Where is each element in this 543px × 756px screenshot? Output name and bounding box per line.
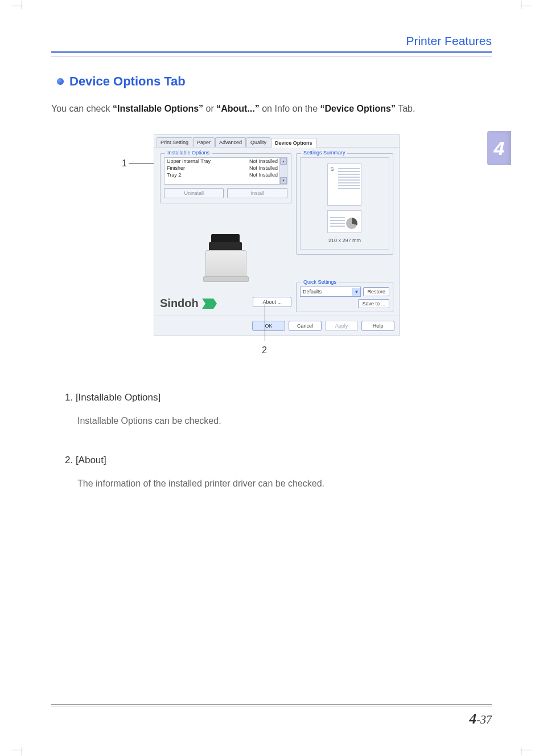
page-number-page: 37 xyxy=(480,713,492,726)
option-name: Upper Internal Tray xyxy=(167,158,211,164)
about-button[interactable]: About ... xyxy=(253,297,291,307)
uninstall-button[interactable]: Uninstall xyxy=(164,188,224,198)
crop-mark xyxy=(11,6,23,18)
item-body-1: Installable Options can be checked. xyxy=(77,416,492,426)
group-title: Installable Options xyxy=(165,150,212,156)
tab-device-options[interactable]: Device Options xyxy=(271,138,316,148)
dialog-footer: OK Cancel Apply Help xyxy=(154,316,399,336)
intro-text: on Info on the xyxy=(262,104,320,113)
callout-line xyxy=(265,304,265,341)
page-preview-icon: S xyxy=(327,164,361,206)
brand-mark-icon xyxy=(202,299,217,309)
list-item[interactable]: Finisher Not Installed xyxy=(164,165,280,171)
callout-number-2: 2 xyxy=(262,345,267,355)
option-name: Finisher xyxy=(167,165,185,171)
paper-dimensions: 210 x 297 mm xyxy=(328,238,361,243)
crop-mark xyxy=(11,738,23,750)
installable-options-group: Installable Options Upper Internal Tray … xyxy=(160,153,291,203)
page-preview-icon xyxy=(327,210,361,233)
brand-text: Sindoh xyxy=(160,297,199,310)
option-status: Not Installed xyxy=(249,158,278,164)
list-item[interactable]: Upper Internal Tray Not Installed xyxy=(164,158,280,165)
item-body-2: The information of the installed printer… xyxy=(77,479,492,489)
section-title: Device Options Tab xyxy=(69,74,186,89)
restore-button[interactable]: Restore xyxy=(363,287,389,296)
settings-summary-preview: S 210 x 297 mm xyxy=(300,157,389,250)
figure: 1 Print Setting Paper Advanced Quality D… xyxy=(51,130,492,358)
dialog-tabs: Print Setting Paper Advanced Quality Dev… xyxy=(154,135,399,147)
footer-rule xyxy=(51,706,492,707)
svg-marker-0 xyxy=(202,299,217,309)
settings-summary-group: Settings Summary S 210 x 297 mm xyxy=(296,153,393,255)
page-number-sep: - xyxy=(476,713,480,726)
pie-icon xyxy=(346,218,357,229)
apply-button[interactable]: Apply xyxy=(325,321,358,331)
scroll-up-icon[interactable]: ▲ xyxy=(280,158,287,165)
tab-advanced[interactable]: Advanced xyxy=(215,137,246,147)
scroll-down-icon[interactable]: ▼ xyxy=(280,177,287,184)
crop-mark xyxy=(520,6,532,18)
cancel-button[interactable]: Cancel xyxy=(289,321,322,331)
ok-button[interactable]: OK xyxy=(252,321,285,331)
scrollbar[interactable]: ▲ ▼ xyxy=(279,158,287,184)
header-rule xyxy=(51,56,492,57)
tab-print-setting[interactable]: Print Setting xyxy=(157,137,192,147)
option-status: Not Installed xyxy=(249,172,278,178)
installable-options-list[interactable]: Upper Internal Tray Not Installed Finish… xyxy=(164,157,287,185)
intro-text: or xyxy=(206,104,217,113)
device-options-dialog: Print Setting Paper Advanced Quality Dev… xyxy=(154,134,400,336)
quick-settings-group: Quick Settings Defaults ▼ Restore Save t… xyxy=(296,283,393,312)
help-button[interactable]: Help xyxy=(361,321,394,331)
orientation-s-label: S xyxy=(330,166,334,172)
intro-quote: “About...” xyxy=(216,104,260,113)
tab-paper[interactable]: Paper xyxy=(193,137,215,147)
chevron-down-icon[interactable]: ▼ xyxy=(352,288,360,296)
option-name: Tray 2 xyxy=(167,172,181,178)
header-rule xyxy=(51,51,492,53)
section-bullet-icon xyxy=(57,78,64,85)
intro-quote: “Installable Options” xyxy=(113,104,203,113)
page-number: 4-37 xyxy=(469,710,492,728)
select-value: Defaults xyxy=(301,289,352,295)
intro-paragraph: You can check “Installable Options” or “… xyxy=(51,104,492,114)
group-title: Settings Summary xyxy=(301,150,348,156)
footer-rule xyxy=(51,704,492,705)
option-status: Not Installed xyxy=(249,165,278,171)
quick-settings-select[interactable]: Defaults ▼ xyxy=(300,287,361,297)
list-item[interactable]: Tray 2 Not Installed xyxy=(164,171,280,178)
tab-quality[interactable]: Quality xyxy=(246,137,270,147)
page-header-title: Printer Features xyxy=(51,34,492,51)
group-title: Quick Settings xyxy=(301,279,339,285)
save-to-button[interactable]: Save to ... xyxy=(358,299,389,308)
intro-text: Tab. xyxy=(398,104,415,113)
crop-mark xyxy=(520,738,532,750)
page-number-chapter: 4 xyxy=(469,710,476,727)
callout-number-1: 1 xyxy=(122,158,127,169)
install-button[interactable]: Install xyxy=(227,188,287,198)
item-heading-1: 1. [Installable Options] xyxy=(65,392,492,403)
intro-text: You can check xyxy=(51,104,113,113)
brand-logo: Sindoh xyxy=(160,291,217,312)
item-heading-2: 2. [About] xyxy=(65,455,492,466)
intro-quote: “Device Options” xyxy=(320,104,396,113)
printer-illustration xyxy=(200,231,251,282)
